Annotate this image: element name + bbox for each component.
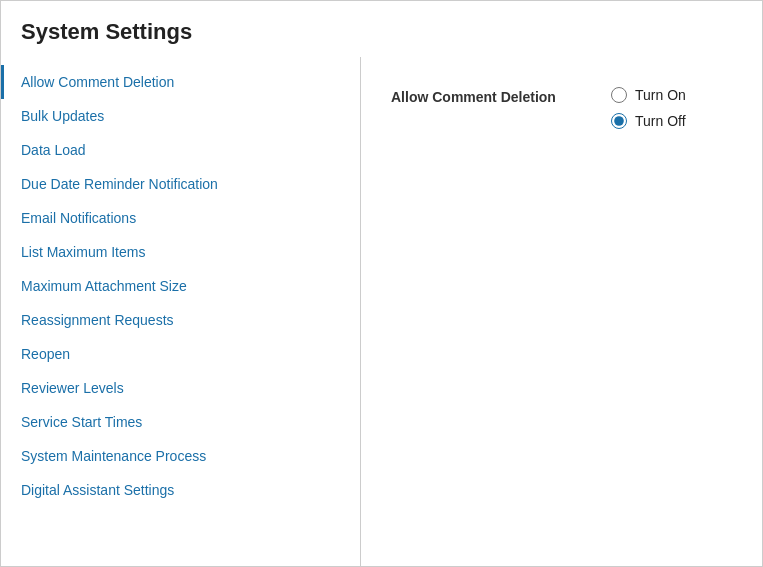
main-container: System Settings Allow Comment DeletionBu… — [0, 0, 763, 567]
sidebar-item-maximum-attachment-size[interactable]: Maximum Attachment Size — [1, 269, 360, 303]
radio-turn-on[interactable]: Turn On — [611, 87, 686, 103]
sidebar-item-reviewer-levels[interactable]: Reviewer Levels — [1, 371, 360, 405]
content-area: Allow Comment DeletionBulk UpdatesData L… — [1, 57, 762, 566]
sidebar: Allow Comment DeletionBulk UpdatesData L… — [1, 57, 361, 566]
radio-input-on[interactable] — [611, 87, 627, 103]
sidebar-item-allow-comment-deletion[interactable]: Allow Comment Deletion — [1, 65, 360, 99]
sidebar-item-reassignment-requests[interactable]: Reassignment Requests — [1, 303, 360, 337]
turn-on-label: Turn On — [635, 87, 686, 103]
sidebar-item-list-maximum-items[interactable]: List Maximum Items — [1, 235, 360, 269]
sidebar-item-bulk-updates[interactable]: Bulk Updates — [1, 99, 360, 133]
radio-group: Turn On Turn Off — [611, 87, 686, 129]
sidebar-item-email-notifications[interactable]: Email Notifications — [1, 201, 360, 235]
sidebar-item-system-maintenance-process[interactable]: System Maintenance Process — [1, 439, 360, 473]
main-panel: Allow Comment Deletion Turn On Turn Off — [361, 57, 762, 566]
radio-input-off[interactable] — [611, 113, 627, 129]
radio-turn-off[interactable]: Turn Off — [611, 113, 686, 129]
sidebar-item-data-load[interactable]: Data Load — [1, 133, 360, 167]
sidebar-item-due-date-reminder-notification[interactable]: Due Date Reminder Notification — [1, 167, 360, 201]
page-title: System Settings — [1, 1, 762, 57]
sidebar-item-digital-assistant-settings[interactable]: Digital Assistant Settings — [1, 473, 360, 507]
turn-off-label: Turn Off — [635, 113, 686, 129]
setting-row: Allow Comment Deletion Turn On Turn Off — [391, 87, 732, 129]
sidebar-item-service-start-times[interactable]: Service Start Times — [1, 405, 360, 439]
sidebar-item-reopen[interactable]: Reopen — [1, 337, 360, 371]
setting-label: Allow Comment Deletion — [391, 87, 591, 105]
